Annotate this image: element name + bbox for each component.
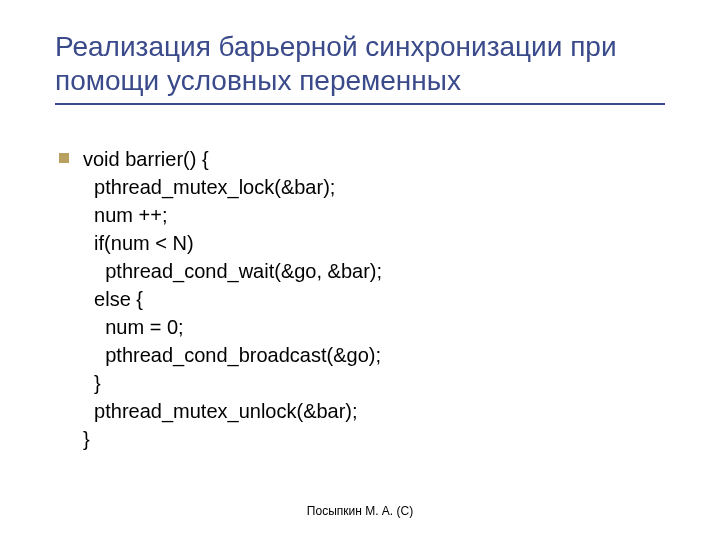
code-block: void barrier() { pthread_mutex_lock(&bar… bbox=[83, 145, 665, 453]
bullet-icon bbox=[59, 153, 69, 163]
code-line: else { bbox=[83, 288, 143, 310]
code-line: pthread_cond_wait(&go, &bar); bbox=[83, 260, 382, 282]
body-area: void barrier() { pthread_mutex_lock(&bar… bbox=[55, 145, 665, 453]
title-underline bbox=[55, 103, 665, 105]
code-line: pthread_mutex_lock(&bar); bbox=[83, 176, 335, 198]
slide-title: Реализация барьерной синхронизации при п… bbox=[55, 30, 665, 97]
code-line: num = 0; bbox=[83, 316, 184, 338]
code-line: if(num < N) bbox=[83, 232, 194, 254]
code-line: } bbox=[83, 372, 101, 394]
footer-author: Посыпкин М. А. (С) bbox=[0, 504, 720, 518]
slide: Реализация барьерной синхронизации при п… bbox=[0, 0, 720, 540]
code-line: pthread_cond_broadcast(&go); bbox=[83, 344, 381, 366]
code-line: } bbox=[83, 428, 90, 450]
code-line: pthread_mutex_unlock(&bar); bbox=[83, 400, 358, 422]
code-line: void barrier() { bbox=[83, 148, 209, 170]
code-line: num ++; bbox=[83, 204, 168, 226]
title-block: Реализация барьерной синхронизации при п… bbox=[55, 30, 665, 105]
